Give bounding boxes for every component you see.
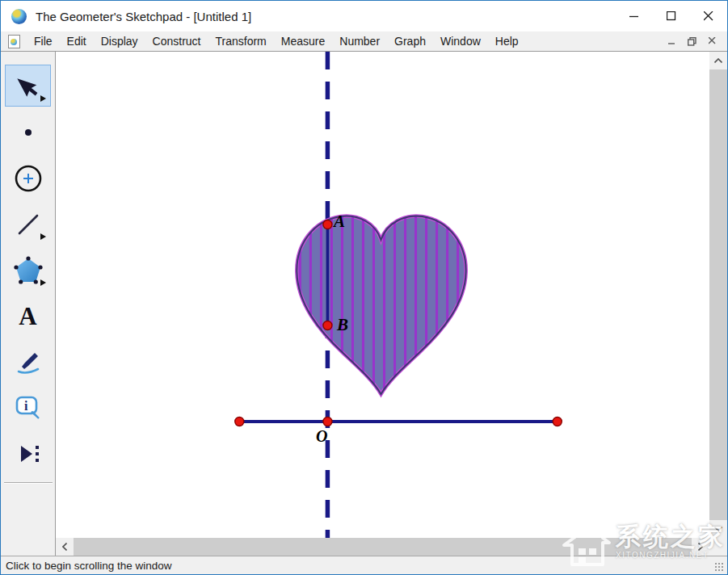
close-icon xyxy=(704,11,713,21)
point-label-b[interactable]: B xyxy=(337,317,348,334)
menu-window[interactable]: Window xyxy=(433,33,488,49)
flyout-arrow-icon xyxy=(40,233,46,240)
mdi-close-icon xyxy=(709,37,717,45)
custom-tools[interactable] xyxy=(1,431,56,477)
maximize-button[interactable] xyxy=(653,1,690,31)
scroll-up-button[interactable] xyxy=(709,52,727,69)
information-tool[interactable]: i xyxy=(1,385,56,431)
circle-plus-icon xyxy=(13,163,44,194)
scroll-right-button[interactable] xyxy=(692,538,709,556)
horizontal-scrollbar[interactable] xyxy=(56,538,709,556)
menu-construct[interactable]: Construct xyxy=(145,33,208,49)
maximize-icon xyxy=(667,11,676,21)
mdi-restore-icon xyxy=(688,37,696,46)
heart-shape[interactable] xyxy=(297,212,465,397)
point-left-endpoint[interactable] xyxy=(235,418,244,426)
point-tool[interactable] xyxy=(1,109,56,155)
scroll-left-icon xyxy=(62,543,67,551)
flyout-arrow-icon xyxy=(40,95,46,102)
sketch-canvas[interactable]: A B O xyxy=(56,52,709,538)
point-o[interactable] xyxy=(323,418,332,426)
vertical-scroll-thumb[interactable] xyxy=(709,69,727,520)
window-title: The Geometer's Sketchpad - [Untitled 1] xyxy=(36,10,251,23)
minimize-icon xyxy=(629,11,639,21)
mdi-minimize-icon xyxy=(668,37,676,45)
arrow-cursor-icon xyxy=(14,72,43,101)
status-message: Click to begin scrolling the window xyxy=(6,560,172,572)
statusbar: Click to begin scrolling the window xyxy=(1,556,727,574)
menu-display[interactable]: Display xyxy=(94,33,145,49)
scroll-down-button[interactable] xyxy=(709,520,727,538)
menu-edit[interactable]: Edit xyxy=(60,33,94,49)
document-icon[interactable] xyxy=(8,35,20,48)
app-logo-icon xyxy=(11,9,27,24)
horizontal-scroll-thumb[interactable] xyxy=(74,538,692,556)
selection-arrow-tool[interactable] xyxy=(1,63,56,109)
segment-icon xyxy=(15,211,42,238)
app-window: The Geometer's Sketchpad - [Untitled 1] … xyxy=(0,0,728,575)
point-label-a[interactable]: A xyxy=(334,213,345,230)
toolbox: A i xyxy=(1,52,56,556)
point-icon xyxy=(23,128,33,137)
scroll-up-icon xyxy=(714,58,722,63)
scroll-right-icon xyxy=(698,543,703,551)
menu-help[interactable]: Help xyxy=(488,33,526,49)
mdi-restore-button[interactable] xyxy=(682,33,702,49)
titlebar[interactable]: The Geometer's Sketchpad - [Untitled 1] xyxy=(1,1,727,31)
menu-file[interactable]: File xyxy=(27,33,60,49)
menu-graph[interactable]: Graph xyxy=(387,33,433,49)
menubar: File Edit Display Construct Transform Me… xyxy=(1,31,727,52)
scroll-down-icon xyxy=(714,527,722,531)
minimize-button[interactable] xyxy=(616,1,653,31)
info-bubble-icon: i xyxy=(14,395,43,422)
point-right-endpoint[interactable] xyxy=(553,418,562,426)
marker-pen-icon xyxy=(14,348,43,377)
scrollbar-corner xyxy=(709,538,727,556)
text-tool[interactable]: A xyxy=(1,293,56,339)
marker-tool[interactable] xyxy=(1,339,56,385)
text-tool-glyph: A xyxy=(19,304,36,329)
close-button[interactable] xyxy=(690,1,727,31)
menu-number[interactable]: Number xyxy=(332,33,387,49)
vertical-scrollbar[interactable] xyxy=(709,52,727,538)
mdi-minimize-button[interactable] xyxy=(662,33,682,49)
pentagon-icon xyxy=(13,256,44,285)
play-dots-icon xyxy=(15,443,42,467)
mdi-close-button[interactable] xyxy=(702,33,722,49)
menu-transform[interactable]: Transform xyxy=(208,33,274,49)
point-a[interactable] xyxy=(323,220,332,229)
toolbox-divider xyxy=(4,482,53,484)
compass-tool[interactable] xyxy=(1,155,56,201)
polygon-tool[interactable] xyxy=(1,247,56,293)
sketch-scene xyxy=(56,52,709,538)
resize-grip[interactable] xyxy=(715,563,725,573)
point-b[interactable] xyxy=(323,321,332,330)
scroll-left-button[interactable] xyxy=(56,538,74,556)
straightedge-tool[interactable] xyxy=(1,201,56,247)
svg-text:i: i xyxy=(24,399,28,413)
flyout-arrow-icon xyxy=(40,279,46,286)
point-label-o[interactable]: O xyxy=(316,428,327,444)
menu-measure[interactable]: Measure xyxy=(274,33,332,49)
